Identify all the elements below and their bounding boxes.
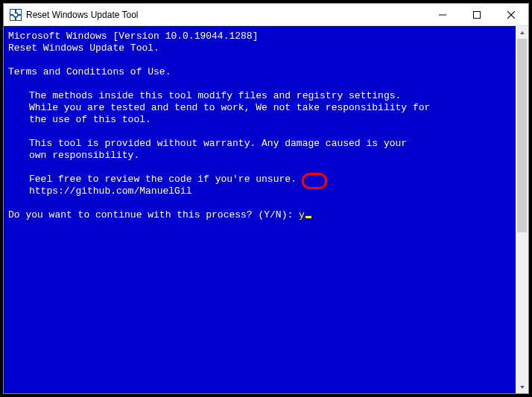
maximize-button[interactable] (460, 4, 494, 25)
continue-prompt: Do you want to continue with this proces… (8, 209, 299, 220)
terms-p1-line1: The methods inside this tool modify file… (8, 90, 511, 102)
svg-rect-6 (439, 14, 446, 15)
scroll-up-button[interactable] (516, 26, 528, 39)
titlebar: Reset Windows Update Tool (4, 4, 528, 26)
scrollbar-thumb[interactable] (517, 39, 527, 232)
tool-name-line: Reset Windows Update Tool. (8, 42, 159, 54)
version-line: Microsoft Windows [Version 10.0.19044.12… (8, 31, 258, 42)
terms-p1-line3: the use of this tool. (8, 114, 511, 126)
terms-p1-line2: While you are tested and tend to work, W… (8, 102, 511, 114)
console-output[interactable]: Microsoft Windows [Version 10.0.19044.12… (4, 26, 516, 393)
minimize-button[interactable] (425, 4, 460, 25)
svg-rect-7 (474, 11, 481, 18)
client-area: Microsoft Windows [Version 10.0.19044.12… (4, 26, 528, 393)
cursor (305, 216, 311, 218)
terms-p2-line1: This tool is provided without warranty. … (8, 138, 511, 150)
app-window: Reset Windows Update Tool Microsoft Wind… (3, 3, 529, 394)
terms-p2-line2: own responsibility. (8, 150, 511, 162)
window-controls (425, 4, 528, 25)
close-button[interactable] (494, 4, 528, 25)
prompt-answer: y (299, 209, 305, 220)
terms-header: Terms and Conditions of Use. (8, 66, 171, 77)
terms-p3-line2: https://github.com/ManuelGil (8, 185, 511, 197)
terms-p3-line1: Feel free to review the code if you're u… (8, 174, 511, 185)
scroll-down-button[interactable] (516, 381, 528, 393)
vertical-scrollbar[interactable] (516, 26, 528, 393)
app-icon (10, 9, 22, 21)
window-title: Reset Windows Update Tool (26, 10, 139, 20)
